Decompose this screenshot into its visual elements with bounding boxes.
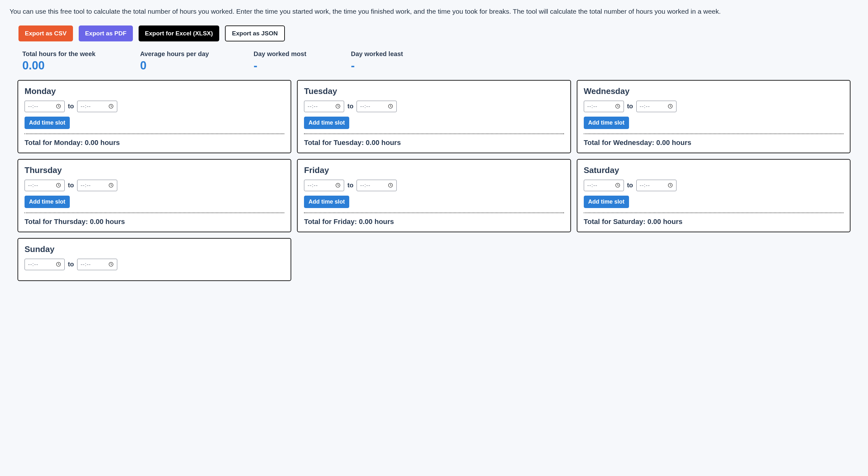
clock-icon — [615, 183, 620, 188]
to-label: to — [627, 103, 633, 110]
end-time-input[interactable]: --:-- — [356, 180, 397, 191]
clock-icon — [615, 103, 620, 109]
time-placeholder: --:-- — [28, 182, 38, 189]
stat-total-value: 0.00 — [22, 59, 96, 72]
stat-avg-label: Average hours per day — [140, 50, 209, 58]
stat-most-value: - — [254, 59, 307, 72]
export-xlsx-button[interactable]: Export for Excel (XLSX) — [138, 26, 219, 41]
clock-icon — [56, 103, 61, 109]
time-placeholder: --:-- — [81, 182, 91, 189]
day-total: Total for Monday: 0.00 hours — [25, 138, 284, 147]
separator — [304, 133, 564, 134]
stat-total-label: Total hours for the week — [22, 50, 96, 58]
clock-icon — [108, 261, 114, 267]
export-pdf-button[interactable]: Export as PDF — [79, 26, 133, 41]
day-title: Thursday — [25, 165, 284, 175]
separator — [25, 213, 284, 213]
to-label: to — [68, 261, 74, 268]
stat-most-label: Day worked most — [254, 50, 307, 58]
start-time-input[interactable]: --:-- — [584, 180, 624, 191]
clock-icon — [668, 103, 673, 109]
start-time-input[interactable]: --:-- — [584, 101, 624, 112]
day-card-tuesday: Tuesday --:-- to --:-- Add time slotTota… — [297, 80, 571, 153]
end-time-input[interactable]: --:-- — [77, 259, 117, 270]
clock-icon — [108, 183, 114, 188]
start-time-input[interactable]: --:-- — [304, 101, 344, 112]
day-title: Wednesday — [584, 86, 843, 96]
stat-least-label: Day worked least — [351, 50, 403, 58]
to-label: to — [68, 182, 74, 189]
start-time-input[interactable]: --:-- — [25, 259, 65, 270]
time-placeholder: --:-- — [640, 103, 650, 109]
day-total: Total for Wednesday: 0.00 hours — [584, 138, 843, 147]
to-label: to — [347, 103, 353, 110]
time-slot-row: --:-- to --:-- — [304, 101, 564, 112]
end-time-input[interactable]: --:-- — [356, 101, 397, 112]
days-grid: Monday --:-- to --:-- Add time slotTotal… — [18, 80, 850, 281]
end-time-input[interactable]: --:-- — [77, 101, 117, 112]
separator — [584, 213, 843, 213]
clock-icon — [108, 103, 114, 109]
day-title: Sunday — [25, 244, 284, 254]
clock-icon — [668, 183, 673, 188]
to-label: to — [68, 103, 74, 110]
time-slot-row: --:-- to --:-- — [584, 180, 843, 191]
day-card-saturday: Saturday --:-- to --:-- Add time slotTot… — [577, 159, 850, 232]
time-placeholder: --:-- — [587, 182, 597, 189]
separator — [304, 213, 564, 213]
start-time-input[interactable]: --:-- — [304, 180, 344, 191]
export-row: Export as CSV Export as PDF Export for E… — [19, 26, 859, 41]
end-time-input[interactable]: --:-- — [636, 180, 677, 191]
day-card-wednesday: Wednesday --:-- to --:-- Add time slotTo… — [577, 80, 850, 153]
time-placeholder: --:-- — [640, 182, 650, 189]
add-time-slot-button[interactable]: Add time slot — [584, 196, 629, 208]
add-time-slot-button[interactable]: Add time slot — [25, 117, 70, 129]
day-total: Total for Thursday: 0.00 hours — [25, 218, 284, 226]
time-placeholder: --:-- — [308, 103, 318, 109]
day-title: Saturday — [584, 165, 843, 175]
end-time-input[interactable]: --:-- — [77, 180, 117, 191]
stats-row: Total hours for the week 0.00 Average ho… — [22, 50, 859, 72]
to-label: to — [347, 182, 353, 189]
stat-least: Day worked least - — [351, 50, 403, 72]
time-slot-row: --:-- to --:-- — [25, 180, 284, 191]
day-card-monday: Monday --:-- to --:-- Add time slotTotal… — [18, 80, 291, 153]
time-placeholder: --:-- — [360, 182, 370, 189]
day-title: Friday — [304, 165, 564, 175]
add-time-slot-button[interactable]: Add time slot — [584, 117, 629, 129]
stat-most: Day worked most - — [254, 50, 307, 72]
export-json-button[interactable]: Export as JSON — [225, 26, 285, 41]
add-time-slot-button[interactable]: Add time slot — [304, 117, 349, 129]
day-total: Total for Friday: 0.00 hours — [304, 218, 564, 226]
separator — [25, 133, 284, 134]
time-placeholder: --:-- — [360, 103, 370, 109]
to-label: to — [627, 182, 633, 189]
time-placeholder: --:-- — [81, 261, 91, 267]
intro-text: You can use this free tool to calculate … — [9, 6, 859, 17]
export-csv-button[interactable]: Export as CSV — [19, 26, 73, 41]
clock-icon — [56, 261, 61, 267]
time-slot-row: --:-- to --:-- — [304, 180, 564, 191]
clock-icon — [335, 103, 341, 109]
stat-least-value: - — [351, 59, 403, 72]
time-placeholder: --:-- — [308, 182, 318, 189]
day-title: Monday — [25, 86, 284, 96]
clock-icon — [335, 183, 341, 188]
start-time-input[interactable]: --:-- — [25, 180, 65, 191]
start-time-input[interactable]: --:-- — [25, 101, 65, 112]
time-slot-row: --:-- to --:-- — [25, 259, 284, 270]
add-time-slot-button[interactable]: Add time slot — [25, 196, 70, 208]
day-card-friday: Friday --:-- to --:-- Add time slotTotal… — [297, 159, 571, 232]
separator — [584, 133, 843, 134]
time-slot-row: --:-- to --:-- — [584, 101, 843, 112]
time-placeholder: --:-- — [28, 103, 38, 109]
end-time-input[interactable]: --:-- — [636, 101, 677, 112]
stat-avg-value: 0 — [140, 59, 209, 72]
time-placeholder: --:-- — [28, 261, 38, 267]
clock-icon — [388, 103, 393, 109]
day-card-sunday: Sunday --:-- to --:-- — [18, 238, 291, 281]
time-placeholder: --:-- — [587, 103, 597, 109]
day-total: Total for Tuesday: 0.00 hours — [304, 138, 564, 147]
add-time-slot-button[interactable]: Add time slot — [304, 196, 349, 208]
time-placeholder: --:-- — [81, 103, 91, 109]
